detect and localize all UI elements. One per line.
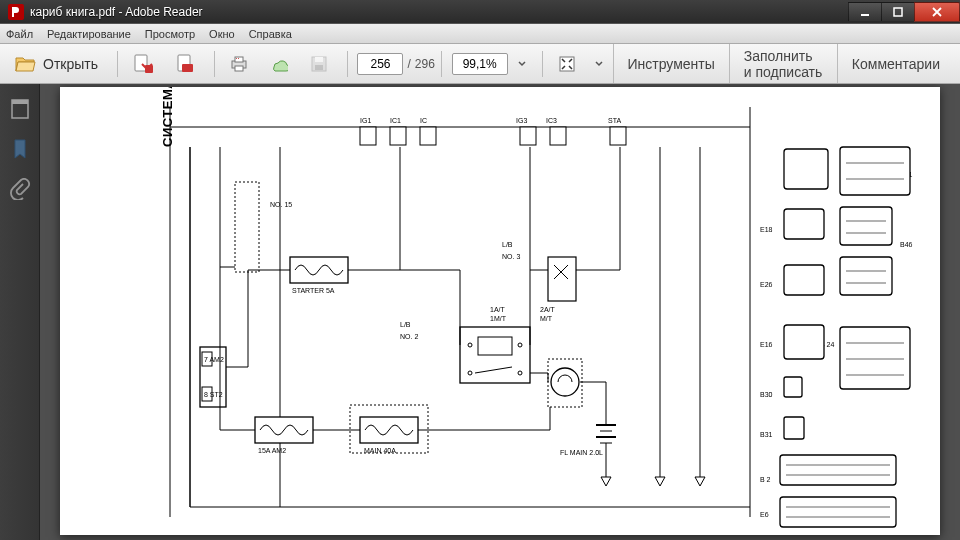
right-tabs: Инструменты Заполнить и подписать Коммен… (613, 44, 955, 83)
attachment-icon[interactable] (9, 178, 31, 200)
page-convert-icon (133, 54, 153, 74)
svg-rect-100 (840, 327, 910, 389)
svg-rect-15 (12, 100, 28, 104)
menu-window[interactable]: Окно (209, 28, 235, 40)
side-panel (0, 84, 40, 540)
email-button[interactable] (261, 49, 297, 79)
svg-text:NO. 3: NO. 3 (502, 253, 520, 260)
svg-text:STA: STA (608, 117, 621, 124)
svg-text:FL MAIN 2.0L: FL MAIN 2.0L (560, 449, 603, 456)
svg-rect-63 (520, 127, 536, 145)
svg-text:IC: IC (420, 117, 427, 124)
create-pdf-button[interactable] (124, 49, 162, 79)
chevron-down-icon (595, 60, 603, 68)
svg-text:IG1: IG1 (360, 117, 371, 124)
print-icon (230, 55, 248, 73)
svg-point-46 (551, 368, 579, 396)
svg-rect-102 (784, 325, 824, 359)
page-number-input[interactable] (357, 53, 403, 75)
menubar: Файл Редактирование Просмотр Окно Справк… (0, 24, 960, 44)
menu-file[interactable]: Файл (6, 28, 33, 40)
thumbnails-icon[interactable] (9, 98, 31, 120)
page-pdf-icon (175, 54, 195, 74)
page-total: 296 (415, 57, 435, 71)
svg-text:IC3: IC3 (546, 117, 557, 124)
svg-text:IC1: IC1 (390, 117, 401, 124)
svg-text:1A/T: 1A/T (490, 306, 506, 313)
svg-text:IG3: IG3 (516, 117, 527, 124)
svg-text:M/T: M/T (540, 315, 553, 322)
svg-rect-105 (784, 265, 824, 295)
svg-rect-97 (780, 497, 896, 527)
svg-rect-2 (894, 8, 902, 16)
svg-text:B 2: B 2 (760, 476, 771, 483)
svg-rect-98 (780, 455, 896, 485)
menu-help[interactable]: Справка (249, 28, 292, 40)
svg-text:L/B: L/B (400, 321, 411, 328)
cloud-icon (270, 55, 288, 73)
menu-edit[interactable]: Редактирование (47, 28, 131, 40)
svg-rect-9 (235, 66, 243, 71)
svg-text:STARTER 5A: STARTER 5A (292, 287, 335, 294)
svg-text:E16: E16 (760, 341, 773, 348)
svg-text:15A AM2: 15A AM2 (258, 447, 286, 454)
svg-rect-4 (145, 65, 153, 73)
svg-text:E18: E18 (760, 226, 773, 233)
save-button[interactable] (301, 49, 337, 79)
svg-rect-61 (420, 127, 436, 145)
svg-rect-8 (235, 57, 243, 62)
svg-text:E26: E26 (760, 281, 773, 288)
zoom-dropdown-button[interactable] (512, 49, 532, 79)
svg-rect-12 (315, 65, 323, 70)
page-sep: / (407, 57, 410, 71)
svg-text:1M/T: 1M/T (490, 315, 507, 322)
export-pdf-button[interactable] (166, 49, 204, 79)
close-button[interactable] (914, 2, 960, 22)
svg-text:L/B: L/B (502, 241, 513, 248)
svg-rect-65 (550, 127, 566, 145)
svg-rect-55 (548, 257, 576, 301)
svg-text:B31: B31 (760, 431, 773, 438)
content-area: СИСТЕМА ЗАП ЗАМОК ЗАЖИГАНИЯ 7 AM2 8 ST2 (0, 84, 960, 540)
tab-tools[interactable]: Инструменты (613, 44, 729, 83)
read-mode-dropdown[interactable] (589, 49, 609, 79)
print-button[interactable] (221, 49, 257, 79)
minimize-button[interactable] (848, 2, 882, 22)
svg-text:2A/T: 2A/T (540, 306, 556, 313)
window-controls (849, 2, 960, 22)
menu-view[interactable]: Просмотр (145, 28, 195, 40)
read-mode-button[interactable] (549, 49, 585, 79)
window-title: кариб книга.pdf - Adobe Reader (30, 5, 849, 19)
app-icon (8, 4, 24, 20)
separator (542, 51, 543, 77)
svg-text:7 AM2: 7 AM2 (204, 356, 224, 363)
tab-comments[interactable]: Комментарии (837, 44, 954, 83)
bookmark-icon[interactable] (9, 138, 31, 160)
svg-rect-107 (840, 147, 910, 195)
open-label: Открыть (43, 56, 98, 72)
svg-rect-108 (784, 149, 828, 189)
svg-rect-6 (182, 64, 193, 72)
open-button[interactable]: Открыть (6, 49, 107, 79)
svg-rect-1 (861, 14, 869, 16)
maximize-button[interactable] (881, 2, 915, 22)
tab-fill-sign[interactable]: Заполнить и подписать (729, 44, 837, 83)
separator (214, 51, 215, 77)
page-viewport[interactable]: СИСТЕМА ЗАП ЗАМОК ЗАЖИГАНИЯ 7 AM2 8 ST2 (40, 84, 960, 540)
separator (441, 51, 442, 77)
chevron-down-icon (518, 60, 526, 68)
expand-icon (558, 55, 576, 73)
zoom-input[interactable] (452, 53, 508, 75)
svg-rect-104 (840, 207, 892, 245)
svg-rect-47 (548, 359, 582, 407)
svg-text:NO. 15: NO. 15 (270, 201, 292, 208)
folder-open-icon (15, 55, 37, 73)
separator (117, 51, 118, 77)
svg-rect-99 (784, 417, 804, 439)
toolbar: Открыть / 296 Инструменты Заполнить и по… (0, 44, 960, 84)
save-icon (310, 55, 328, 73)
titlebar: кариб книга.pdf - Adobe Reader (0, 0, 960, 24)
svg-rect-106 (784, 209, 824, 239)
svg-rect-101 (784, 377, 802, 397)
svg-rect-103 (840, 257, 892, 295)
